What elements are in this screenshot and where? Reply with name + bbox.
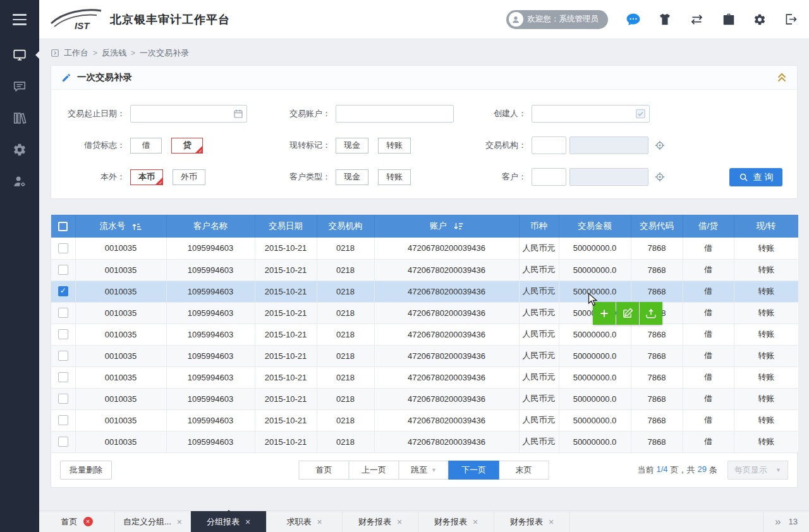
tab-close-icon[interactable]: × [549, 517, 554, 526]
theme-shirt-icon[interactable] [659, 13, 671, 25]
table-row[interactable]: 001003510959946032015-10-210218472067802… [51, 259, 798, 281]
org-picker-crosshair-icon[interactable] [654, 140, 666, 151]
org-code-input[interactable] [532, 136, 566, 154]
cell-ct: 转账 [734, 302, 798, 323]
sidebar-item-user-admin[interactable] [0, 166, 39, 197]
tab-close-icon[interactable]: × [317, 517, 322, 526]
prev-page-button[interactable]: 上一页 [349, 461, 399, 480]
customer-picker-crosshair-icon[interactable] [654, 171, 666, 183]
cell-customer: 1095994603 [166, 366, 255, 388]
next-page-button[interactable]: 下一页 [449, 461, 499, 480]
bottom-tab[interactable]: 财务报表 × [343, 511, 418, 532]
bottom-tab[interactable]: 自定义分组... × [115, 511, 191, 532]
edit-record-button[interactable] [616, 302, 639, 325]
upload-record-button[interactable] [640, 302, 662, 325]
table-row[interactable]: 001003510959946032015-10-210218472067802… [51, 431, 798, 452]
table-row[interactable]: 001003510959946032015-10-210218472067802… [51, 366, 798, 388]
customer-name-input[interactable] [569, 168, 648, 186]
transfer-toggle[interactable]: 转账 [378, 138, 411, 154]
row-checkbox[interactable] [58, 243, 68, 253]
sidebar-item-settings[interactable] [0, 134, 39, 166]
menu-toggle-button[interactable] [0, 0, 39, 39]
tab-close-icon[interactable]: × [83, 517, 93, 526]
cell-customer: 1095994603 [166, 431, 255, 452]
customer-transfer-toggle[interactable]: 转账 [378, 169, 411, 185]
sidebar-item-library[interactable] [0, 102, 39, 134]
tab-close-icon[interactable]: × [245, 517, 250, 526]
tab-close-icon[interactable]: × [177, 517, 182, 526]
row-checkbox[interactable] [58, 329, 68, 339]
customer-cash-toggle[interactable]: 现金 [336, 169, 368, 185]
sort-desc-icon[interactable] [454, 222, 463, 231]
upload-icon [645, 308, 657, 319]
select-all-checkbox[interactable] [58, 222, 68, 231]
breadcrumb-item-aml[interactable]: 反洗钱 [102, 47, 126, 59]
add-record-button[interactable] [593, 302, 616, 325]
row-checkbox[interactable] [58, 372, 68, 382]
column-header: 现/转 [734, 215, 798, 238]
cash-toggle[interactable]: 现金 [336, 138, 368, 154]
row-checkbox[interactable] [58, 351, 68, 361]
cell-dc: 借 [683, 302, 734, 323]
collapse-panel-icon[interactable] [777, 73, 787, 82]
messages-icon[interactable] [626, 13, 640, 26]
sidebar-item-messages[interactable] [0, 71, 39, 102]
avatar-icon [509, 12, 523, 27]
row-checkbox[interactable] [58, 308, 68, 318]
tab-overflow-icon[interactable]: » [775, 516, 781, 528]
bottom-tab-bar: 首页 × 自定义分组... × 分组报表 × 求职表 × 财务报表 × 财务报表… [39, 511, 809, 532]
table-row[interactable]: 001003510959946032015-10-210218472067802… [51, 281, 798, 302]
table-row[interactable]: 001003510959946032015-10-210218472067802… [51, 409, 798, 431]
jump-page-button[interactable]: 跳至▼ [399, 461, 449, 480]
table-row[interactable]: 001003510959946032015-10-210218472067802… [51, 238, 798, 259]
table-row[interactable]: 001003510959946032015-10-210218472067802… [51, 323, 798, 345]
table-row[interactable]: 001003510959946032015-10-210218472067802… [51, 388, 798, 409]
user-welcome-pill[interactable]: 欢迎您：系统管理员 [506, 10, 609, 29]
bottom-tab[interactable]: 分组报表 × [191, 511, 267, 532]
first-page-button[interactable]: 首页 [299, 461, 350, 480]
user-gear-icon [13, 174, 27, 188]
date-range-input[interactable] [130, 105, 247, 123]
tab-close-icon[interactable]: × [473, 517, 478, 526]
sort-asc-icon[interactable] [132, 222, 142, 231]
tab-label: 财务报表 [510, 516, 543, 528]
tab-close-icon[interactable]: × [397, 517, 402, 526]
credit-toggle[interactable]: 贷 [171, 138, 203, 154]
bottom-tab[interactable]: 首页 × [39, 511, 115, 532]
row-checkbox[interactable] [58, 286, 68, 296]
row-checkbox[interactable] [58, 394, 68, 404]
row-checkbox[interactable] [58, 437, 68, 447]
debit-toggle[interactable]: 借 [130, 138, 162, 154]
pagination-bar: 批量删除 首页 上一页 跳至▼ 下一页 末页 当前 1/4 页，共 29 条 [51, 453, 797, 487]
settings-gear-icon[interactable] [753, 13, 766, 26]
sidebar-item-workbench[interactable] [0, 39, 39, 71]
bottom-tab[interactable]: 财务报表 × [494, 511, 570, 532]
column-header[interactable]: 账户 [374, 215, 519, 238]
last-page-button[interactable]: 末页 [499, 461, 549, 480]
org-name-input[interactable] [569, 136, 648, 154]
breadcrumb-item-workbench[interactable]: 工作台 [64, 47, 88, 59]
logout-icon[interactable] [784, 13, 797, 25]
page-size-select[interactable]: 每页显示 ▼ [727, 461, 788, 480]
briefcase-icon[interactable] [722, 13, 735, 25]
row-checkbox-cell [51, 238, 75, 259]
search-button[interactable]: 查 询 [729, 168, 782, 186]
table-row[interactable]: 001003510959946032015-10-210218472067802… [51, 302, 798, 323]
account-input[interactable] [336, 105, 454, 123]
creator-input[interactable] [532, 105, 650, 123]
local-currency-toggle[interactable]: 本币 [130, 169, 163, 185]
bottom-tab[interactable]: 财务报表 × [418, 511, 494, 532]
row-checkbox[interactable] [58, 265, 68, 275]
customer-code-input[interactable] [532, 168, 566, 186]
bottom-tab[interactable]: 求职表 × [267, 511, 343, 532]
foreign-currency-toggle[interactable]: 外币 [173, 169, 205, 185]
column-header: 交易代码 [631, 215, 683, 238]
cell-account: 47206780200039436 [374, 302, 519, 323]
cell-currency: 人民币元 [519, 281, 559, 302]
row-checkbox[interactable] [58, 415, 68, 425]
breadcrumb: 工作台 > 反洗钱 > 一次交易补录 [51, 47, 798, 59]
batch-delete-button[interactable]: 批量删除 [60, 461, 112, 480]
column-header[interactable]: 流水号 [75, 215, 166, 238]
table-row[interactable]: 001003510959946032015-10-210218472067802… [51, 345, 798, 366]
switch-transfer-icon[interactable] [690, 14, 704, 25]
